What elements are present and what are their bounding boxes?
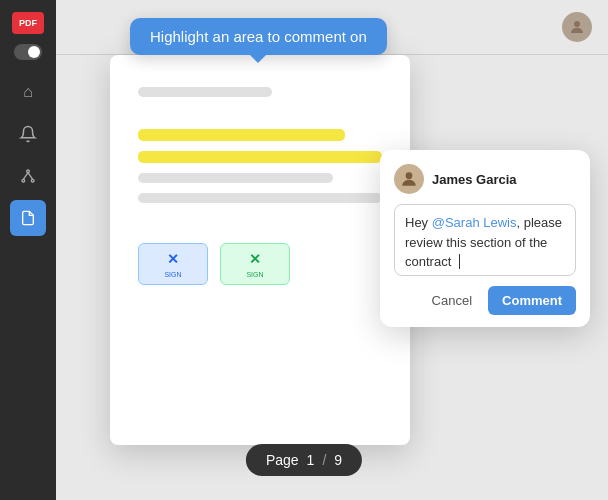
highlight-tooltip: Highlight an area to comment on xyxy=(130,18,387,55)
svg-point-5 xyxy=(574,21,580,27)
sig-x-icon-2: ✕ xyxy=(249,251,261,267)
sig-block-1[interactable]: ✕ SIGN xyxy=(138,243,208,285)
sig-x-icon-1: ✕ xyxy=(167,251,179,267)
comment-actions: Cancel Comment xyxy=(394,286,576,315)
sidebar: PDF ⌂ xyxy=(0,0,56,500)
comment-panel: James Garcia Hey @Sarah Lewis, please re… xyxy=(380,150,590,327)
comment-text: Hey @Sarah Lewis, please review this sec… xyxy=(405,213,565,272)
commenter-name: James Garcia xyxy=(432,172,517,187)
mention-sarah: @Sarah Lewis xyxy=(432,215,517,230)
sidebar-item-file[interactable] xyxy=(10,200,46,236)
pdf-line-highlight-2 xyxy=(138,151,382,163)
pdf-line-1 xyxy=(138,87,272,97)
page-total: 9 xyxy=(334,452,342,468)
user-avatar-top[interactable] xyxy=(562,12,592,42)
cancel-button[interactable]: Cancel xyxy=(424,287,480,314)
svg-line-3 xyxy=(23,173,28,180)
sidebar-item-nodes[interactable] xyxy=(10,158,46,194)
sig-block-2[interactable]: ✕ SIGN xyxy=(220,243,290,285)
pdf-logo: PDF xyxy=(12,12,44,34)
svg-point-0 xyxy=(27,170,30,173)
page-current: 1 xyxy=(307,452,315,468)
comment-header: James Garcia xyxy=(394,164,576,194)
submit-comment-button[interactable]: Comment xyxy=(488,286,576,315)
signature-row: ✕ SIGN ✕ SIGN xyxy=(138,243,382,285)
sidebar-toggle[interactable] xyxy=(14,44,42,60)
svg-point-6 xyxy=(406,172,413,179)
page-indicator: Page 1 / 9 xyxy=(246,444,362,476)
pdf-line-4 xyxy=(138,193,382,203)
sidebar-item-bell[interactable] xyxy=(10,116,46,152)
svg-line-4 xyxy=(28,173,33,180)
svg-point-1 xyxy=(22,179,25,182)
sig-label-1: SIGN xyxy=(164,271,181,278)
page-separator: / xyxy=(322,452,326,468)
comment-text-part1: Hey xyxy=(405,215,432,230)
comment-input[interactable]: Hey @Sarah Lewis, please review this sec… xyxy=(394,204,576,276)
sig-label-2: SIGN xyxy=(246,271,263,278)
sidebar-item-home[interactable]: ⌂ xyxy=(10,74,46,110)
page-label: Page xyxy=(266,452,299,468)
pdf-line-highlight-1 xyxy=(138,129,345,141)
pdf-line-3 xyxy=(138,173,333,183)
pdf-panel: + ✕ SIGN ✕ SIGN xyxy=(110,55,410,445)
comment-cursor xyxy=(456,254,461,269)
svg-point-2 xyxy=(31,179,34,182)
commenter-avatar xyxy=(394,164,424,194)
